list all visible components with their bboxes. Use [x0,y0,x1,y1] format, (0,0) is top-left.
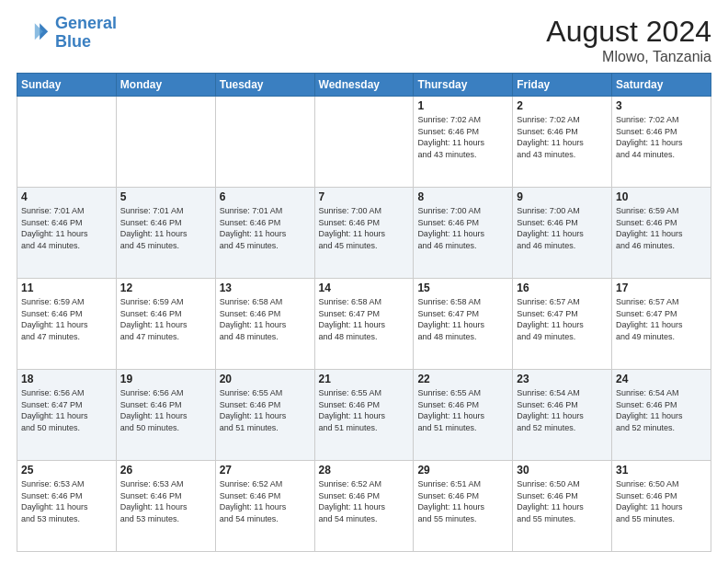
weekday-header-row: SundayMondayTuesdayWednesdayThursdayFrid… [17,74,711,97]
day-number: 4 [21,190,112,203]
day-number: 19 [120,373,211,385]
calendar-cell: 8Sunrise: 7:00 AM Sunset: 6:46 PM Daylig… [414,188,513,279]
weekday-header-thursday: Thursday [414,74,513,97]
calendar-cell: 10Sunrise: 6:59 AM Sunset: 6:46 PM Dayli… [612,188,711,279]
calendar-cell: 28Sunrise: 6:52 AM Sunset: 6:46 PM Dayli… [314,461,414,552]
day-number: 23 [517,373,608,385]
calendar-cell: 7Sunrise: 7:00 AM Sunset: 6:46 PM Daylig… [314,188,414,279]
day-number: 17 [616,282,707,294]
calendar-cell: 25Sunrise: 6:53 AM Sunset: 6:46 PM Dayli… [17,461,117,552]
week-row-5: 25Sunrise: 6:53 AM Sunset: 6:46 PM Dayli… [17,461,711,552]
day-info: Sunrise: 7:01 AM Sunset: 6:46 PM Dayligh… [21,205,112,251]
day-info: Sunrise: 6:57 AM Sunset: 6:47 PM Dayligh… [616,296,707,342]
day-info: Sunrise: 6:55 AM Sunset: 6:46 PM Dayligh… [220,387,311,433]
day-info: Sunrise: 7:01 AM Sunset: 6:46 PM Dayligh… [220,205,311,251]
day-info: Sunrise: 7:00 AM Sunset: 6:46 PM Dayligh… [417,205,508,251]
calendar-cell: 9Sunrise: 7:00 AM Sunset: 6:46 PM Daylig… [513,188,612,279]
day-info: Sunrise: 6:56 AM Sunset: 6:46 PM Dayligh… [120,387,211,433]
logo-icon [17,17,50,50]
page-subtitle: Mlowo, Tanzania [546,49,711,65]
calendar-cell: 21Sunrise: 6:55 AM Sunset: 6:46 PM Dayli… [314,370,414,461]
day-number: 3 [616,99,707,112]
day-number: 9 [517,190,608,203]
day-info: Sunrise: 6:54 AM Sunset: 6:46 PM Dayligh… [616,387,707,433]
day-info: Sunrise: 6:57 AM Sunset: 6:47 PM Dayligh… [517,296,608,342]
day-number: 29 [417,464,508,477]
calendar: SundayMondayTuesdayWednesdayThursdayFrid… [17,73,711,552]
day-number: 10 [616,190,707,203]
calendar-cell: 3Sunrise: 7:02 AM Sunset: 6:46 PM Daylig… [612,97,711,188]
header: General Blue August 2024 Mlowo, Tanzania [17,15,711,65]
logo: General Blue [17,15,117,52]
day-info: Sunrise: 6:55 AM Sunset: 6:46 PM Dayligh… [417,387,508,433]
calendar-cell: 11Sunrise: 6:59 AM Sunset: 6:46 PM Dayli… [17,279,117,370]
calendar-cell: 22Sunrise: 6:55 AM Sunset: 6:46 PM Dayli… [414,370,513,461]
calendar-cell [116,97,215,188]
day-number: 2 [517,99,608,112]
day-number: 12 [120,282,211,294]
calendar-cell: 15Sunrise: 6:58 AM Sunset: 6:47 PM Dayli… [414,279,513,370]
calendar-cell [17,97,117,188]
calendar-cell: 27Sunrise: 6:52 AM Sunset: 6:46 PM Dayli… [215,461,314,552]
day-number: 27 [220,464,311,477]
day-number: 16 [517,282,608,294]
week-row-4: 18Sunrise: 6:56 AM Sunset: 6:47 PM Dayli… [17,370,711,461]
day-info: Sunrise: 6:50 AM Sunset: 6:46 PM Dayligh… [616,478,707,524]
day-number: 25 [21,464,112,477]
title-block: August 2024 Mlowo, Tanzania [546,15,711,65]
day-number: 5 [120,190,211,203]
day-number: 15 [417,282,508,294]
day-number: 14 [319,282,410,294]
weekday-header-wednesday: Wednesday [314,74,414,97]
day-number: 20 [220,373,311,385]
calendar-cell: 6Sunrise: 7:01 AM Sunset: 6:46 PM Daylig… [215,188,314,279]
day-number: 22 [417,373,508,385]
day-info: Sunrise: 6:51 AM Sunset: 6:46 PM Dayligh… [417,478,508,524]
calendar-cell: 16Sunrise: 6:57 AM Sunset: 6:47 PM Dayli… [513,279,612,370]
page-title: August 2024 [546,15,711,49]
weekday-header-saturday: Saturday [612,74,711,97]
day-info: Sunrise: 6:53 AM Sunset: 6:46 PM Dayligh… [120,478,211,524]
day-number: 26 [120,464,211,477]
day-number: 28 [319,464,410,477]
calendar-cell: 2Sunrise: 7:02 AM Sunset: 6:46 PM Daylig… [513,97,612,188]
calendar-cell: 5Sunrise: 7:01 AM Sunset: 6:46 PM Daylig… [116,188,215,279]
day-info: Sunrise: 6:58 AM Sunset: 6:46 PM Dayligh… [220,296,311,342]
day-number: 8 [417,190,508,203]
calendar-cell [314,97,414,188]
page: General Blue August 2024 Mlowo, Tanzania… [0,0,728,563]
calendar-cell: 26Sunrise: 6:53 AM Sunset: 6:46 PM Dayli… [116,461,215,552]
weekday-header-sunday: Sunday [17,74,117,97]
day-info: Sunrise: 7:02 AM Sunset: 6:46 PM Dayligh… [417,114,508,160]
day-info: Sunrise: 6:59 AM Sunset: 6:46 PM Dayligh… [616,205,707,251]
day-number: 6 [220,190,311,203]
logo-text: General Blue [55,15,117,52]
day-info: Sunrise: 7:02 AM Sunset: 6:46 PM Dayligh… [517,114,608,160]
calendar-cell [215,97,314,188]
calendar-cell: 24Sunrise: 6:54 AM Sunset: 6:46 PM Dayli… [612,370,711,461]
calendar-cell: 23Sunrise: 6:54 AM Sunset: 6:46 PM Dayli… [513,370,612,461]
day-info: Sunrise: 6:54 AM Sunset: 6:46 PM Dayligh… [517,387,608,433]
calendar-cell: 19Sunrise: 6:56 AM Sunset: 6:46 PM Dayli… [116,370,215,461]
day-number: 30 [517,464,608,477]
calendar-cell: 14Sunrise: 6:58 AM Sunset: 6:47 PM Dayli… [314,279,414,370]
week-row-3: 11Sunrise: 6:59 AM Sunset: 6:46 PM Dayli… [17,279,711,370]
day-info: Sunrise: 6:50 AM Sunset: 6:46 PM Dayligh… [517,478,608,524]
weekday-header-monday: Monday [116,74,215,97]
day-info: Sunrise: 6:52 AM Sunset: 6:46 PM Dayligh… [319,478,410,524]
day-info: Sunrise: 6:59 AM Sunset: 6:46 PM Dayligh… [21,296,112,342]
calendar-cell: 30Sunrise: 6:50 AM Sunset: 6:46 PM Dayli… [513,461,612,552]
day-info: Sunrise: 6:56 AM Sunset: 6:47 PM Dayligh… [21,387,112,433]
day-info: Sunrise: 6:53 AM Sunset: 6:46 PM Dayligh… [21,478,112,524]
day-number: 24 [616,373,707,385]
day-number: 21 [319,373,410,385]
day-info: Sunrise: 7:00 AM Sunset: 6:46 PM Dayligh… [517,205,608,251]
calendar-cell: 17Sunrise: 6:57 AM Sunset: 6:47 PM Dayli… [612,279,711,370]
calendar-cell: 31Sunrise: 6:50 AM Sunset: 6:46 PM Dayli… [612,461,711,552]
day-number: 11 [21,282,112,294]
weekday-header-tuesday: Tuesday [215,74,314,97]
calendar-cell: 13Sunrise: 6:58 AM Sunset: 6:46 PM Dayli… [215,279,314,370]
day-info: Sunrise: 7:00 AM Sunset: 6:46 PM Dayligh… [319,205,410,251]
day-info: Sunrise: 6:52 AM Sunset: 6:46 PM Dayligh… [220,478,311,524]
day-info: Sunrise: 6:58 AM Sunset: 6:47 PM Dayligh… [417,296,508,342]
